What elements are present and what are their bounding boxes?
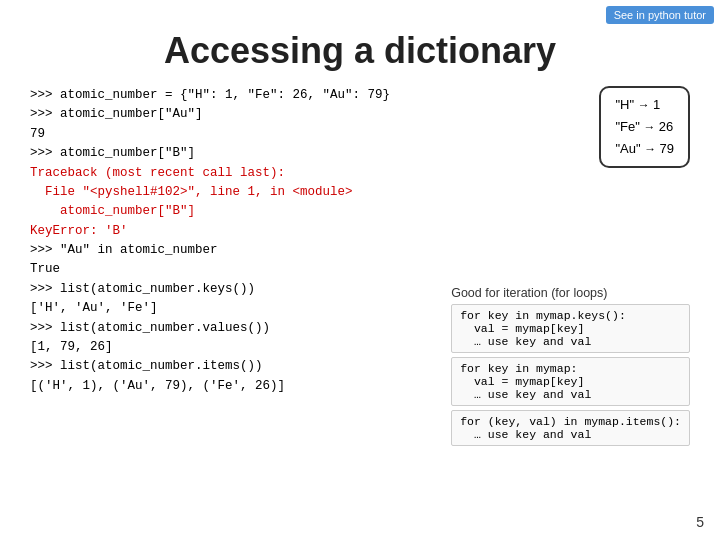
iteration-title: Good for iteration (for loops) [451, 286, 690, 300]
ann-arrow-1: → [638, 98, 653, 112]
ann-arrow-3: → [644, 142, 659, 156]
code-line-5: Traceback (most recent call last): [30, 164, 700, 183]
ann-key-3: "Au" [615, 141, 644, 156]
iteration-box: Good for iteration (for loops) for key i… [451, 286, 690, 450]
iteration-snippet-1: for key in mymap.keys(): val = mymap[key… [451, 304, 690, 353]
ann-key-2: "Fe" [615, 119, 643, 134]
ann-arrow-2: → [643, 120, 658, 134]
annotation-line-3: "Au" → 79 [615, 138, 674, 160]
annotation-line-1: "H" → 1 [615, 94, 674, 116]
page-title: Accessing a dictionary [0, 30, 720, 72]
annotation-box: "H" → 1 "Fe" → 26 "Au" → 79 [599, 86, 690, 168]
ann-val-2: 26 [659, 119, 673, 134]
code-line-7: atomic_number["B"] [30, 202, 700, 221]
code-line-8: KeyError: 'B' [30, 222, 700, 241]
annotation-line-2: "Fe" → 26 [615, 116, 674, 138]
ann-val-1: 1 [653, 97, 660, 112]
code-line-10: True [30, 260, 700, 279]
code-line-6: File "<pyshell#102>", line 1, in <module… [30, 183, 700, 202]
python-tutor-link[interactable]: See in python tutor [606, 6, 714, 24]
iteration-snippet-2: for key in mymap: val = mymap[key] … use… [451, 357, 690, 406]
code-line-9: >>> "Au" in atomic_number [30, 241, 700, 260]
page-number: 5 [696, 514, 704, 530]
iteration-snippet-3: for (key, val) in mymap.items(): … use k… [451, 410, 690, 446]
ann-val-3: 79 [660, 141, 674, 156]
ann-key-1: "H" [615, 97, 637, 112]
main-content: >>> atomic_number = {"H": 1, "Fe": 26, "… [30, 86, 700, 396]
